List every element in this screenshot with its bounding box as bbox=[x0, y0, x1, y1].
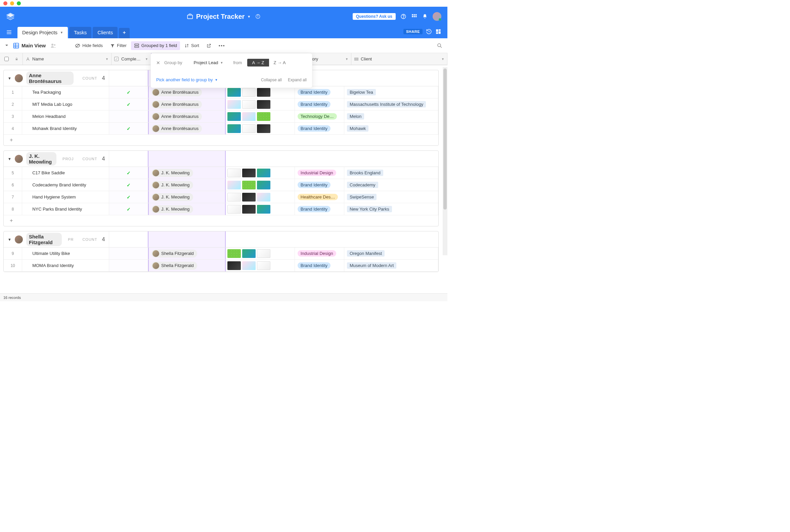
app-logo-icon[interactable] bbox=[6, 12, 15, 21]
row-number[interactable]: 4 bbox=[4, 122, 22, 134]
attachment-thumbnail[interactable] bbox=[242, 112, 256, 121]
client-link[interactable]: Mohawk bbox=[347, 125, 369, 132]
cell-attachments[interactable] bbox=[226, 248, 295, 259]
column-header-name[interactable]: Name ▼ bbox=[23, 53, 112, 65]
cell-attachments[interactable] bbox=[226, 86, 295, 98]
help-icon[interactable] bbox=[400, 14, 407, 19]
table-tab-design-projects[interactable]: Design Projects ▼ bbox=[17, 27, 68, 38]
cell-complete[interactable]: ✓ bbox=[109, 122, 148, 134]
cell-client[interactable]: Museum of Modern Art bbox=[344, 260, 438, 271]
cell-client[interactable]: Oregon Manifest bbox=[344, 248, 438, 259]
column-menu-caret-icon[interactable]: ▼ bbox=[106, 57, 109, 61]
table-row[interactable]: 4 Mohawk Brand Identity ✓ Anne Brontësau… bbox=[4, 122, 438, 135]
attachment-thumbnail[interactable] bbox=[257, 169, 270, 177]
sort-asc-button[interactable]: A → Z bbox=[247, 59, 269, 66]
attachment-thumbnail[interactable] bbox=[227, 181, 241, 189]
table-row[interactable]: 6 Codecademy Brand Identity ✓ J. K. Meow… bbox=[4, 179, 438, 191]
collaborator-pill[interactable]: J. K. Meowling bbox=[151, 181, 193, 189]
window-close-button[interactable] bbox=[3, 1, 7, 5]
cell-client[interactable]: Mohawk bbox=[344, 122, 438, 134]
collaborator-pill[interactable]: Anne Brontësaurus bbox=[151, 88, 202, 96]
questions-button[interactable]: Questions? Ask us bbox=[353, 13, 396, 20]
cell-category[interactable]: Brand Identity bbox=[295, 86, 344, 98]
cell-project-lead[interactable]: J. K. Meowling bbox=[148, 167, 226, 179]
column-header-complete[interactable]: ✓ Comple… ▼ bbox=[112, 53, 151, 65]
attachment-thumbnail[interactable] bbox=[257, 88, 270, 97]
cell-attachments[interactable] bbox=[226, 260, 295, 271]
cell-project-lead[interactable]: J. K. Meowling bbox=[148, 179, 226, 191]
attachment-thumbnail[interactable] bbox=[242, 205, 256, 214]
cell-complete[interactable]: ✓ bbox=[109, 86, 148, 98]
attachment-thumbnail[interactable] bbox=[257, 100, 270, 109]
select-all-checkbox[interactable] bbox=[4, 57, 9, 61]
add-table-button[interactable] bbox=[119, 28, 130, 38]
table-row[interactable]: 3 Melon Headband Anne Brontësaurus Techn… bbox=[4, 111, 438, 122]
cell-complete[interactable] bbox=[109, 111, 148, 122]
cell-attachments[interactable] bbox=[226, 179, 295, 191]
share-view-button[interactable] bbox=[204, 41, 214, 50]
attachment-thumbnail[interactable] bbox=[227, 88, 241, 97]
sort-button[interactable]: Sort bbox=[181, 41, 202, 50]
collaborator-pill[interactable]: Anne Brontësaurus bbox=[151, 125, 202, 133]
view-name[interactable]: Main View bbox=[21, 43, 46, 49]
cell-category[interactable]: Brand Identity bbox=[295, 122, 344, 134]
group-collapse-toggle[interactable]: ▼ bbox=[8, 238, 12, 242]
pick-another-field-button[interactable]: Pick another field to group by ▼ bbox=[156, 77, 218, 82]
collaborator-pill[interactable]: J. K. Meowling bbox=[151, 205, 193, 213]
cell-name[interactable]: Mohawk Brand Identity bbox=[22, 122, 109, 134]
cell-attachments[interactable] bbox=[226, 191, 295, 203]
table-row[interactable]: 7 Hand Hygiene System ✓ J. K. Meowling H… bbox=[4, 191, 438, 203]
user-avatar[interactable] bbox=[433, 12, 441, 21]
cell-attachments[interactable] bbox=[226, 167, 295, 179]
group-collapse-toggle[interactable]: ▼ bbox=[8, 76, 12, 80]
cell-category[interactable]: Healthcare Des… bbox=[295, 191, 344, 203]
collaborator-pill[interactable]: Anne Brontësaurus bbox=[151, 100, 202, 109]
row-number[interactable]: 9 bbox=[4, 248, 22, 259]
cell-attachments[interactable] bbox=[226, 98, 295, 110]
column-menu-caret-icon[interactable]: ▼ bbox=[441, 57, 445, 61]
table-body[interactable]: ▼ Anne Brontësaurus COUNT 4 1 Tea Packag… bbox=[0, 65, 447, 296]
cell-project-lead[interactable]: Anne Brontësaurus bbox=[148, 86, 226, 98]
vertical-scrollbar[interactable] bbox=[443, 67, 447, 255]
base-title-caret-icon[interactable]: ▼ bbox=[247, 15, 250, 18]
cell-project-lead[interactable]: J. K. Meowling bbox=[148, 191, 226, 203]
window-minimize-button[interactable] bbox=[10, 1, 14, 5]
cell-client[interactable]: Bigelow Tea bbox=[344, 86, 438, 98]
cell-project-lead[interactable]: Anne Brontësaurus bbox=[148, 111, 226, 122]
cell-name[interactable]: Melon Headband bbox=[22, 111, 109, 122]
cell-project-lead[interactable]: Anne Brontësaurus bbox=[148, 98, 226, 110]
cell-client[interactable]: Brooks England bbox=[344, 167, 438, 179]
client-link[interactable]: New York City Parks bbox=[347, 206, 392, 212]
row-number[interactable]: 2 bbox=[4, 98, 22, 110]
table-tab-tasks[interactable]: Tasks bbox=[69, 27, 91, 38]
cell-project-lead[interactable]: Anne Brontësaurus bbox=[148, 122, 226, 134]
cell-client[interactable]: Massachusetts Institute of Technology bbox=[344, 98, 438, 110]
client-link[interactable]: Bigelow Tea bbox=[347, 89, 376, 95]
attachment-thumbnail[interactable] bbox=[242, 124, 256, 133]
collapse-all-button[interactable]: Collapse all bbox=[261, 78, 282, 82]
collaborator-pill[interactable]: Shella Fitzgerald bbox=[151, 249, 197, 258]
client-link[interactable]: Massachusetts Institute of Technology bbox=[347, 101, 426, 108]
tab-caret-icon[interactable]: ▼ bbox=[60, 31, 63, 34]
attachment-thumbnail[interactable] bbox=[242, 181, 256, 189]
hide-fields-button[interactable]: Hide fields bbox=[72, 41, 106, 50]
row-number[interactable]: 1 bbox=[4, 86, 22, 98]
client-link[interactable]: Melon bbox=[347, 113, 364, 119]
history-icon[interactable] bbox=[426, 28, 432, 35]
collaborators-icon[interactable] bbox=[50, 43, 56, 49]
group-button[interactable]: Grouped by 1 field bbox=[131, 41, 180, 50]
cell-name[interactable]: Hand Hygiene System bbox=[22, 191, 109, 203]
add-record-button[interactable]: + bbox=[4, 135, 438, 146]
window-maximize-button[interactable] bbox=[17, 1, 21, 5]
row-number[interactable]: 10 bbox=[4, 260, 22, 271]
group-field-select[interactable]: Project Lead ▼ bbox=[193, 60, 223, 65]
blocks-icon[interactable] bbox=[435, 28, 441, 35]
cell-complete[interactable]: ✓ bbox=[109, 191, 148, 203]
attachment-thumbnail[interactable] bbox=[242, 169, 256, 177]
attachment-thumbnail[interactable] bbox=[257, 205, 270, 214]
cell-category[interactable]: Technology De… bbox=[295, 111, 344, 122]
cell-client[interactable]: SwipeSense bbox=[344, 191, 438, 203]
cell-category[interactable]: Industrial Design bbox=[295, 248, 344, 259]
attachment-thumbnail[interactable] bbox=[227, 249, 241, 258]
column-menu-caret-icon[interactable]: ▼ bbox=[345, 57, 348, 61]
